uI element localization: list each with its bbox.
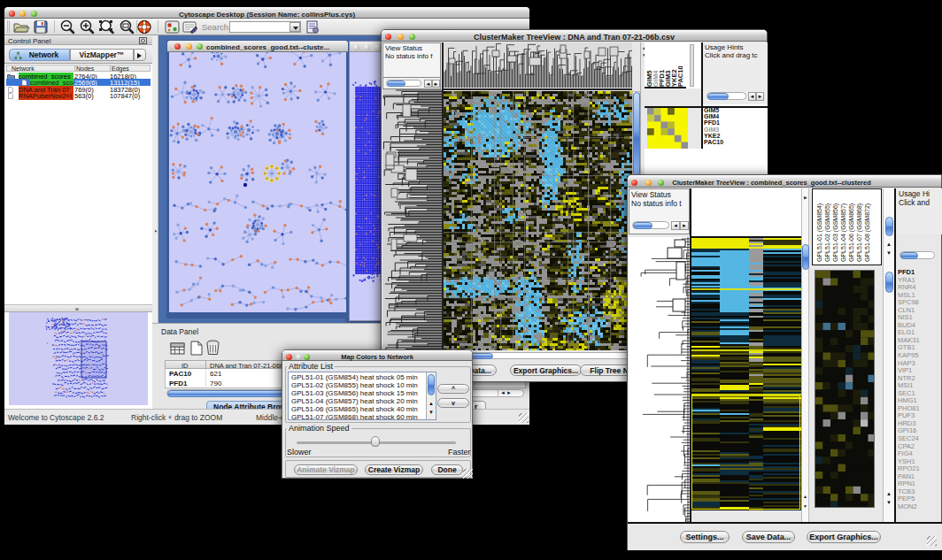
svg-text:GPL51-07 (GSM868): GPL51-07 (GSM868) [856,203,863,262]
svg-text:GPL51-04 (GSM857): GPL51-04 (GSM857) [840,203,847,262]
svg-text:GPL51-08 (GSM872): GPL51-08 (GSM872) [864,203,871,262]
svg-text:GPL51-03 (GSM856): GPL51-03 (GSM856) [832,203,839,262]
svg-text:GPL51-01 (GSM854): GPL51-01 (GSM854) [816,203,823,262]
svg-text:PAC10: PAC10 [676,65,684,87]
svg-text:GPL51-02 (GSM855): GPL51-02 (GSM855) [824,203,831,262]
svg-text:GPL51-06 (GSM865): GPL51-06 (GSM865) [848,203,855,262]
